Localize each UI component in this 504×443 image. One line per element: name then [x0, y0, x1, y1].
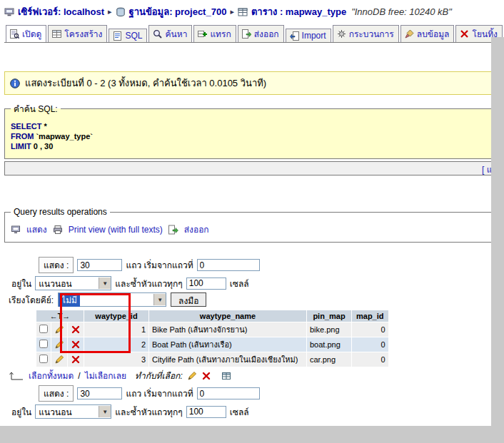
server-prefix: เซิร์ฟเวอร์: [18, 6, 61, 17]
sql-keyword: FROM [11, 132, 34, 141]
sql-icon [113, 31, 122, 41]
export-selected-icon[interactable] [221, 371, 231, 381]
breadcrumb-separator-icon: ▸ [108, 7, 112, 16]
cell-waytype-id: 3 [84, 352, 148, 367]
uncheck-all-link[interactable]: ไม่เลือกเลย [85, 369, 126, 382]
sql-keyword: LIMIT [11, 142, 31, 151]
table-prefix: ตาราง : [251, 6, 283, 17]
sql-query-box: คำค้น SQL: SELECT * FROM `mapway_type` L… [4, 102, 504, 159]
tab-bar: เปิดดู โครงสร้าง SQL ค้นหา แทรก ส่งออก I… [4, 25, 493, 43]
breadcrumb-database-link[interactable]: ฐานข้อมูล: project_700 [129, 4, 227, 19]
results-table: ←T→ waytype_id waytype_name pin_map map_… [36, 310, 389, 367]
display-icon [11, 225, 21, 235]
pager-top-row2: อยู่ใน แนวนอน ▼ และซ้ำหัวแถวทุกๆ เซลล์ [11, 276, 504, 290]
edit-row-icon[interactable] [54, 325, 64, 335]
sql-line-1: SELECT * [11, 121, 504, 131]
chevron-down-icon: ▼ [153, 294, 166, 305]
table-name: mapway_type [286, 6, 346, 17]
orientation-value: แนวนอน [36, 405, 74, 419]
row-checkbox[interactable] [39, 355, 48, 363]
delete-row-icon[interactable] [71, 340, 81, 350]
tab-empty[interactable]: ลบข้อมูล [400, 25, 455, 42]
show-button[interactable]: แสดง : [39, 257, 74, 273]
start-row-input[interactable] [197, 259, 260, 271]
cell-map-id: 0 [352, 337, 388, 352]
rows-count-input[interactable] [77, 387, 122, 399]
tab-search[interactable]: ค้นหา [148, 25, 192, 42]
results-ops-legend: Query results operations [11, 207, 110, 217]
column-header-waytype-name[interactable]: waytype_name [149, 310, 306, 322]
repeat-headers-input[interactable] [186, 406, 226, 418]
delete-row-icon[interactable] [71, 325, 81, 335]
database-name: project_700 [175, 6, 226, 17]
breadcrumb: เซิร์ฟเวอร์: localhost ▸ ฐานข้อมูล: proj… [4, 4, 504, 19]
horizontal-scrollbar[interactable] [0, 426, 504, 443]
row-checkbox[interactable] [39, 325, 48, 333]
edit-selected-icon[interactable] [187, 371, 197, 381]
delete-row-icon[interactable] [71, 355, 81, 365]
operations-icon [337, 29, 346, 39]
export-results-link[interactable]: ส่งออก [184, 223, 209, 236]
column-header-map-id[interactable]: map_id [352, 310, 388, 322]
check-links-separator: / [78, 371, 80, 381]
cell-map-id: 0 [352, 352, 388, 367]
with-selected-label: ทำกับที่เลือก: [135, 369, 183, 382]
sql-box-legend: คำค้น SQL: [11, 102, 61, 116]
start-row-input[interactable] [197, 387, 260, 399]
cell-waytype-name: Boat Path (เส้นทางเรือ) [149, 337, 306, 352]
delete-selected-icon[interactable] [201, 371, 211, 381]
cell-waytype-id: 1 [84, 322, 148, 337]
edit-row-icon[interactable] [54, 340, 64, 350]
row-checkbox[interactable] [39, 340, 48, 348]
engine-note: "InnoDB free: 10240 kB" [351, 6, 452, 17]
vertical-scrollbar[interactable] [491, 37, 504, 426]
tab-import-label: Import [302, 31, 326, 41]
empty-icon [405, 29, 414, 39]
check-all-link[interactable]: เลือกทั้งหมด [29, 369, 74, 382]
edit-row-icon[interactable] [54, 355, 64, 365]
column-header-pin-map[interactable]: pin_map [307, 310, 351, 322]
tab-browse[interactable]: เปิดดู [6, 25, 46, 42]
go-button[interactable]: ลงมือ [171, 292, 206, 307]
column-header-waytype-id[interactable]: waytype_id [84, 310, 148, 322]
show-button[interactable]: แสดง : [39, 385, 74, 402]
sort-key-value: ไม่มี [59, 293, 80, 307]
rows-count-input[interactable] [77, 259, 122, 271]
tab-empty-label: ลบข้อมูล [417, 27, 450, 41]
database-prefix: ฐานข้อมูล: [129, 6, 173, 17]
cells-label: เซลล์ [230, 277, 249, 290]
table-row: 2 Boat Path (เส้นทางเรือ) boat.png 0 [36, 337, 388, 352]
orientation-select[interactable]: แนวนอน ▼ [35, 276, 111, 290]
query-results-operations: Query results operations แสดง Print view… [4, 207, 504, 243]
chevron-down-icon: ▼ [99, 406, 111, 417]
repeat-headers-label: และซ้ำหัวแถวทุกๆ [115, 277, 182, 290]
move-columns-header[interactable]: ←T→ [36, 310, 84, 322]
page-content: เซิร์ฟเวอร์: localhost ▸ ฐานข้อมูล: proj… [0, 0, 504, 419]
cell-pin-map: car.png [307, 352, 351, 367]
print-icon [53, 225, 63, 235]
display-link[interactable]: แสดง [26, 223, 47, 236]
print-view-link[interactable]: Print view (with full texts) [69, 225, 163, 235]
mode-label: อยู่ใน [11, 277, 31, 290]
tab-import[interactable]: Import [286, 29, 331, 42]
tab-structure[interactable]: โครงสร้าง [48, 25, 107, 42]
sort-key-select[interactable]: ไม่มี ▼ [58, 292, 166, 307]
cell-waytype-id: 2 [84, 337, 148, 352]
server-icon [4, 7, 14, 17]
tab-sql-label: SQL [125, 31, 142, 41]
tab-insert-label: แทรก [210, 27, 231, 41]
import-icon [290, 31, 299, 41]
cell-map-id: 0 [352, 322, 388, 337]
search-icon [153, 29, 162, 39]
breadcrumb-separator-icon: ▸ [230, 7, 234, 16]
info-icon [10, 78, 20, 88]
tab-insert[interactable]: แทรก [193, 25, 236, 42]
breadcrumb-server-link[interactable]: เซิร์ฟเวอร์: localhost [18, 4, 104, 19]
tab-operations[interactable]: กระบวนการ [333, 25, 399, 42]
tab-sql[interactable]: SQL [109, 29, 147, 42]
orientation-select[interactable]: แนวนอน ▼ [35, 404, 111, 419]
cell-pin-map: boat.png [307, 337, 351, 352]
tab-export[interactable]: ส่งออก [238, 25, 284, 42]
repeat-headers-input[interactable] [186, 277, 226, 290]
breadcrumb-table-link[interactable]: ตาราง : mapway_type [251, 4, 346, 19]
